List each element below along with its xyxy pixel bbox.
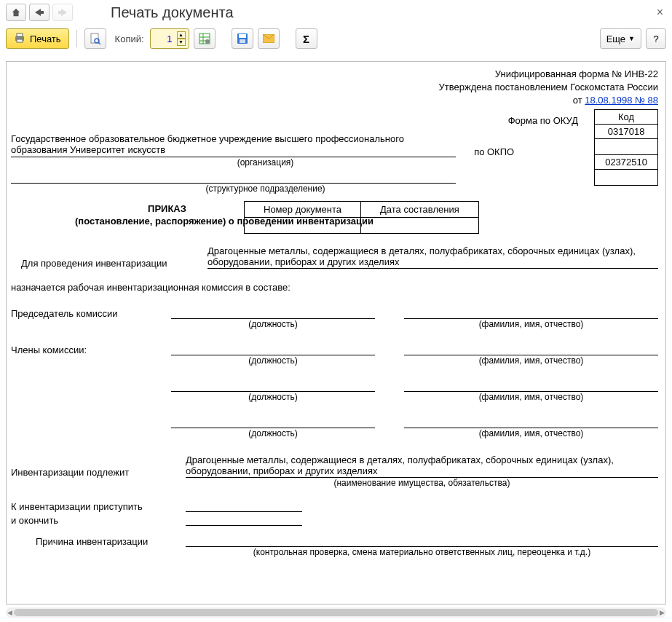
okpo-value: 02372510 [595,154,658,169]
reason-caption: (контрольная проверка, смена материально… [186,547,658,557]
document-area: Унифицированная форма № ИНВ-22 Утвержден… [6,61,666,605]
more-button-label: Еще [606,34,625,44]
back-button[interactable] [29,4,50,21]
for-label: Для проведения инвентаризации [11,258,207,269]
preview-button[interactable] [84,28,106,49]
page-title: Печать документа [111,4,234,21]
print-button-label: Печать [30,34,61,44]
member3-position-field [171,417,375,428]
copies-label: Копий: [115,34,144,44]
scroll-left-icon[interactable]: ◀ [7,609,12,616]
okud-label: Форма по ОКУД [11,115,658,126]
email-button[interactable] [258,28,280,49]
order-subtitle: (постановление, распоряжение) о проведен… [75,216,658,227]
printer-icon [14,33,25,45]
subject-label: Инвентаризации подлежит [11,467,186,478]
forward-button [52,4,73,21]
chevron-down-icon: ▼ [628,35,635,42]
chairman-position-field [171,307,375,319]
member2-fio-field [404,380,658,392]
approved-by-line: Утверждена постановлением Госкомстата Ро… [11,81,658,94]
organization-caption: (организация) [11,157,520,168]
print-button[interactable]: Печать [6,28,69,49]
home-button[interactable] [6,4,26,21]
end-date-field [186,524,302,526]
subject-caption: (наименование имущества, обязательства) [186,478,658,488]
close-button[interactable]: × [657,6,663,19]
svg-line-6 [98,42,100,44]
horizontal-scrollbar[interactable]: ◀ ▶ [6,607,666,618]
copies-input[interactable] [157,33,174,45]
approved-date-line: от 18.08.1998 № 88 [11,94,658,107]
svg-point-3 [22,37,23,39]
member2-position-field [171,380,375,392]
help-button-label: ? [653,34,658,44]
chairman-label: Председатель комиссии [11,308,171,319]
organization-name: Государственное образовательное бюджетно… [11,133,456,157]
chairman-fio-field [404,307,658,319]
member3-fio-field [404,417,658,428]
subdivision-caption: (структурное подразделение) [11,184,520,194]
member1-fio-field [404,344,658,355]
member1-position-field [171,344,375,355]
copies-spin-down[interactable]: ▼ [177,39,186,46]
subject-value: Драгоценные металлы, содержащиеся в дета… [186,454,658,478]
okud-value: 0317018 [595,124,658,138]
svg-rect-13 [239,34,246,38]
approval-date-link[interactable]: 18.08.1998 № 88 [585,95,658,106]
commission-line: назначается рабочая инвентаризационная к… [11,282,658,293]
sum-button[interactable]: Σ [296,28,317,49]
scrollbar-thumb[interactable] [14,609,658,616]
position-caption: (должность) [171,319,375,329]
copies-spin-up[interactable]: ▲ [177,31,186,39]
help-button[interactable]: ? [646,28,666,49]
for-value: Драгоценные металлы, содержащиеся в дета… [207,245,658,269]
table-settings-button[interactable] [194,28,216,49]
svg-rect-14 [240,39,245,43]
copies-input-group[interactable]: ▲ ▼ [150,28,189,49]
okpo-label: по ОКПО [460,146,518,157]
svg-rect-1 [17,34,23,36]
end-label: и окончить [11,515,186,526]
save-button[interactable] [232,28,253,49]
more-button[interactable]: Еще ▼ [600,28,641,49]
svg-point-11 [205,39,210,44]
sigma-icon: Σ [303,33,309,45]
svg-rect-2 [17,39,23,42]
members-label: Члены комиссии: [11,345,171,355]
fio-caption: (фамилия, имя, отчество) [404,319,658,329]
scroll-right-icon[interactable]: ▶ [660,609,665,616]
reason-label: Причина инвентаризации [11,536,186,547]
start-label: К инвентаризации приступить [11,501,186,512]
start-date-field [186,511,302,512]
codes-header: Код [595,109,658,124]
unified-form-line: Унифицированная форма № ИНВ-22 [11,68,658,81]
